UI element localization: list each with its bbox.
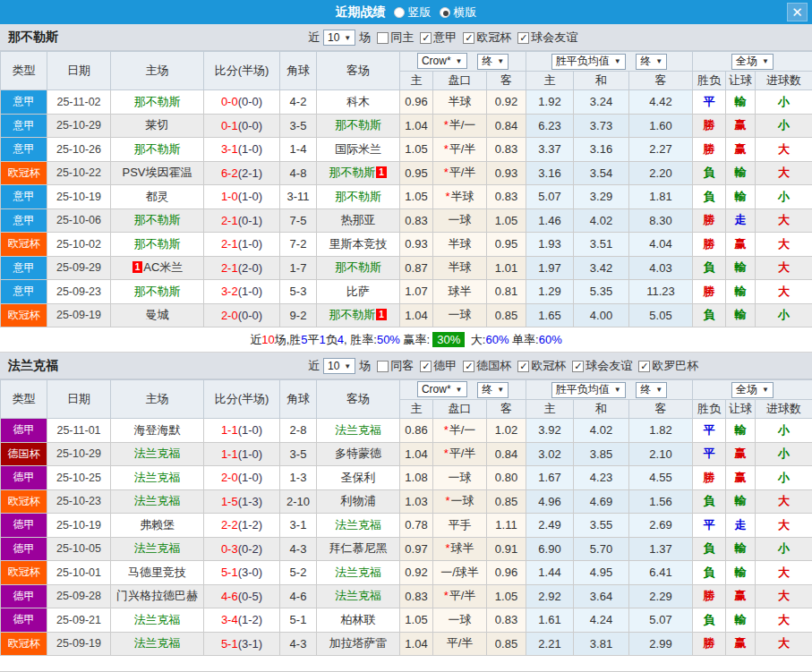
avg-win-cell: 1.97 xyxy=(526,256,574,280)
type-cell: 欧冠杯 xyxy=(1,489,47,514)
avg-select[interactable]: 胜平负均值▼ xyxy=(551,382,626,398)
avg-lose-cell: 4.42 xyxy=(629,90,693,115)
team-name: 那不勒斯 xyxy=(134,142,181,156)
halftime-score: (1-0) xyxy=(238,471,262,484)
checkbox-icon[interactable]: ✓ xyxy=(517,32,529,44)
home-odds-cell: 1.07 xyxy=(400,280,433,304)
halftime-score: (1-2) xyxy=(238,518,262,532)
home-odds-cell: 0.92 xyxy=(400,561,433,585)
col-home: 主场 xyxy=(111,380,204,419)
team-name: 那不勒斯 xyxy=(335,190,381,203)
col-date: 日期 xyxy=(47,52,111,90)
score-cell: 1-1(1-0) xyxy=(204,442,280,466)
final-odds-select[interactable]: 终▼ xyxy=(477,382,509,398)
home-team-cell: 莱切 xyxy=(111,114,204,138)
score-cell: 1-1(1-0) xyxy=(204,419,280,443)
fulltime-score: 2-0 xyxy=(221,471,238,484)
checkbox-icon[interactable]: ✓ xyxy=(420,361,432,372)
avg-select[interactable]: 胜平负均值▼ xyxy=(551,54,626,70)
scope-select[interactable]: 全场▼ xyxy=(731,382,774,398)
score-cell: 4-6(0-5) xyxy=(204,584,280,608)
avg-win-cell: 1.93 xyxy=(526,233,574,257)
date-cell: 25-10-06 xyxy=(47,208,111,233)
team-name: 门兴格拉德巴赫 xyxy=(116,589,198,602)
checkbox-icon[interactable]: ✓ xyxy=(517,361,529,372)
checkbox-icon[interactable]: ✓ xyxy=(420,32,432,44)
final-odds-select[interactable]: 终▼ xyxy=(477,54,509,70)
score-cell: 5-1(3-1) xyxy=(204,632,280,656)
summary-segment: 50% xyxy=(377,333,400,346)
filter-checkbox[interactable]: ✓球会友谊 xyxy=(572,358,632,374)
away-team-cell: 法兰克福 xyxy=(317,584,400,608)
filter-checkbox[interactable]: ✓球会友谊 xyxy=(517,30,577,46)
filter-checkbox[interactable]: ✓欧罗巴杯 xyxy=(638,358,698,374)
checkbox-icon[interactable] xyxy=(377,32,389,44)
home-team-cell: 那不勒斯 xyxy=(111,208,204,233)
filter-checkbox[interactable]: ✓欧冠杯 xyxy=(517,358,566,374)
handicap-result-cell: 輸 xyxy=(726,161,756,185)
away-odds-cell: 1.05 xyxy=(487,208,526,233)
filter-checkbox[interactable]: ✓意甲 xyxy=(420,30,457,46)
avg-lose-cell: 1.37 xyxy=(629,537,693,561)
checkbox-icon[interactable] xyxy=(377,361,389,372)
close-icon[interactable]: ✕ xyxy=(787,3,808,21)
checkbox-label: 欧罗巴杯 xyxy=(652,358,698,374)
match-count-select[interactable]: 10▼ xyxy=(323,30,355,46)
away-team-cell: 那不勒斯 xyxy=(317,114,400,138)
team-name: 曼城 xyxy=(146,308,169,321)
checkbox-icon[interactable]: ✓ xyxy=(572,361,584,372)
goals-cell: 大 xyxy=(756,233,812,257)
away-team-cell: 利物浦 xyxy=(317,489,400,514)
checkbox-icon[interactable]: ✓ xyxy=(638,361,650,372)
avg-lose-cell: 6.41 xyxy=(629,561,693,585)
filter-checkbox[interactable]: 同主 xyxy=(377,30,414,46)
col-avg-draw: 和 xyxy=(574,72,629,90)
layout-radio-horizontal[interactable]: 横版 xyxy=(432,4,477,21)
radio-horizontal-icon[interactable] xyxy=(440,7,450,18)
bookmaker-select[interactable]: Crow*▼ xyxy=(417,381,467,397)
away-odds-cell: 0.84 xyxy=(487,114,526,138)
scope-select[interactable]: 全场▼ xyxy=(731,54,774,70)
team-name: 法兰克福 xyxy=(134,613,181,626)
halftime-score: (1-0) xyxy=(238,142,262,156)
avg-group-header: 胜平负均值▼ 终▼ xyxy=(526,380,693,400)
checkbox-icon[interactable]: ✓ xyxy=(463,32,474,44)
final-avg-select[interactable]: 终▼ xyxy=(636,54,667,70)
avg-group-header: 胜平负均值▼ 终▼ xyxy=(526,52,693,72)
halftime-score: (3-1) xyxy=(238,637,262,651)
avg-lose-cell: 2.20 xyxy=(629,161,693,185)
bookmaker-select[interactable]: Crow*▼ xyxy=(417,53,467,69)
type-cell: 意甲 xyxy=(1,280,47,304)
home-odds-cell: 1.08 xyxy=(400,466,433,490)
col-avg-lose: 客 xyxy=(629,400,693,419)
handicap-cell: 球半 xyxy=(433,280,487,304)
away-team-cell: 热那亚 xyxy=(317,208,400,233)
filter-checkbox[interactable]: ✓欧冠杯 xyxy=(463,30,511,46)
col-goals: 进球数 xyxy=(756,72,812,90)
halftime-score: (0-2) xyxy=(238,542,262,556)
home-team-cell: 法兰克福 xyxy=(111,442,204,466)
filter-checkbox[interactable]: 同客 xyxy=(377,358,414,374)
type-cell: 德甲 xyxy=(1,537,47,561)
handicap-result-cell: 輸 xyxy=(726,256,756,280)
type-cell: 欧冠杯 xyxy=(1,561,47,585)
corners-cell: 5-2 xyxy=(280,561,317,585)
away-team-cell: 那不勒斯 xyxy=(317,185,400,209)
corners-cell: 9-2 xyxy=(280,303,317,327)
avg-draw-cell: 5.35 xyxy=(574,280,629,304)
match-row: 德甲25-09-21法兰克福3-4(1-2)5-1柏林联1.05一球0.831.… xyxy=(1,608,812,633)
filter-checkbox[interactable]: ✓德国杯 xyxy=(463,358,511,374)
radio-vertical-icon[interactable] xyxy=(394,7,405,18)
recent-results-window: 近期战绩 竖版 横版 ✕ 那不勒斯 近10▼场同主✓意甲✓欧冠杯✓球会友谊 类型… xyxy=(0,0,812,672)
col-odds-home: 主 xyxy=(400,400,433,419)
result-cell: 勝 xyxy=(693,466,726,490)
checkbox-icon[interactable]: ✓ xyxy=(463,361,474,372)
final-avg-select[interactable]: 终▼ xyxy=(636,382,667,398)
away-team-cell: 法兰克福 xyxy=(317,419,400,443)
fulltime-score: 1-5 xyxy=(221,495,238,508)
match-count-select[interactable]: 10▼ xyxy=(323,358,355,374)
layout-radio-vertical[interactable]: 竖版 xyxy=(386,4,432,21)
match-row: 欧冠杯25-09-19法兰克福5-1(3-1)4-3加拉塔萨雷1.04平/半0.… xyxy=(1,632,812,656)
fulltime-score: 2-0 xyxy=(221,309,238,322)
filter-checkbox[interactable]: ✓德甲 xyxy=(420,358,457,374)
